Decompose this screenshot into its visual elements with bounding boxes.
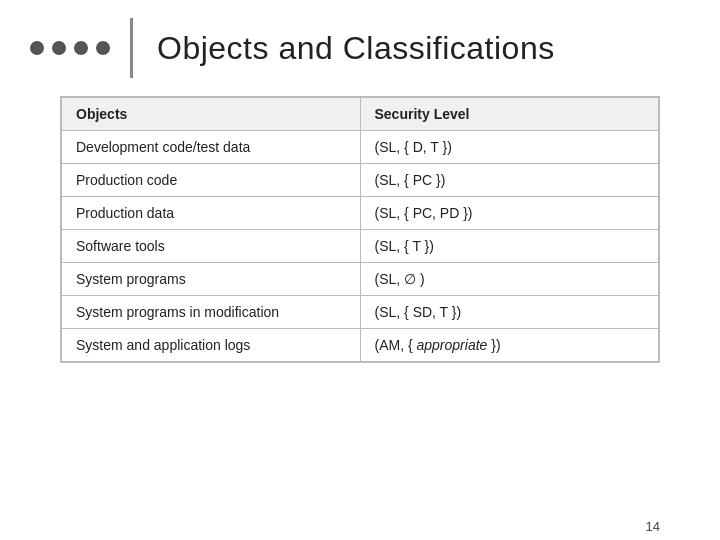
cell-security-0: (SL, { D, T }) [360, 131, 659, 164]
page-number: 14 [646, 519, 660, 534]
cell-objects-6: System and application logs [62, 329, 361, 362]
cell-objects-3: Software tools [62, 230, 361, 263]
footer: 14 [0, 513, 720, 540]
cell-objects-4: System programs [62, 263, 361, 296]
cell-objects-0: Development code/test data [62, 131, 361, 164]
dot-3 [74, 41, 88, 55]
cell-security-6: (AM, { appropriate }) [360, 329, 659, 362]
table-row: Software tools(SL, { T }) [62, 230, 659, 263]
cell-security-1: (SL, { PC }) [360, 164, 659, 197]
table-row: System and application logs(AM, { approp… [62, 329, 659, 362]
dot-2 [52, 41, 66, 55]
cell-security-3: (SL, { T }) [360, 230, 659, 263]
cell-security-4: (SL, ∅ ) [360, 263, 659, 296]
table-row: Production data(SL, { PC, PD }) [62, 197, 659, 230]
page: Objects and Classifications Objects Secu… [0, 0, 720, 540]
dots-container [30, 41, 110, 55]
table-row: Production code(SL, { PC }) [62, 164, 659, 197]
main-content: Objects Security Level Development code/… [0, 96, 720, 513]
col-header-security: Security Level [360, 98, 659, 131]
cell-objects-2: Production data [62, 197, 361, 230]
cell-security-5: (SL, { SD, T }) [360, 296, 659, 329]
table-header-row: Objects Security Level [62, 98, 659, 131]
cell-objects-5: System programs in modification [62, 296, 361, 329]
classifications-table: Objects Security Level Development code/… [61, 97, 659, 362]
table-row: Development code/test data(SL, { D, T }) [62, 131, 659, 164]
table-row: System programs(SL, ∅ ) [62, 263, 659, 296]
dot-4 [96, 41, 110, 55]
cell-objects-1: Production code [62, 164, 361, 197]
col-header-objects: Objects [62, 98, 361, 131]
page-title: Objects and Classifications [157, 30, 555, 67]
vertical-divider [130, 18, 133, 78]
dot-1 [30, 41, 44, 55]
table-row: System programs in modification(SL, { SD… [62, 296, 659, 329]
header: Objects and Classifications [30, 0, 720, 96]
table-wrapper: Objects Security Level Development code/… [60, 96, 660, 363]
cell-security-2: (SL, { PC, PD }) [360, 197, 659, 230]
